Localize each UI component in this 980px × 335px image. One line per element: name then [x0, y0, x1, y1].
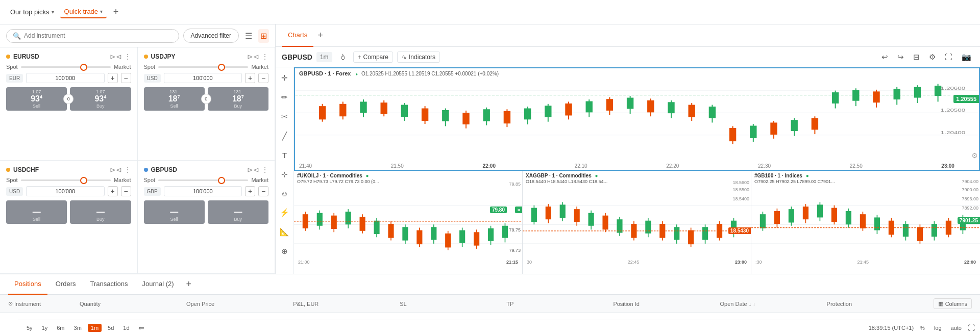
svg-rect-81 — [360, 217, 365, 231]
ruler-tool[interactable]: 📐 — [278, 225, 291, 239]
eurusd-buy-big: 934 — [73, 94, 128, 104]
chart-tab-charts[interactable]: Charts — [282, 24, 313, 47]
crosshair-tool[interactable]: ✛ — [279, 71, 290, 85]
eurusd-pin-icon[interactable]: ⊳⊲ — [110, 53, 122, 61]
undo-icon[interactable]: ↩ — [879, 51, 891, 63]
node-tool[interactable]: ⊹ — [279, 168, 290, 181]
gbpusd-qty-plus[interactable]: + — [245, 186, 255, 196]
usdjpy-buy-big: 187 — [211, 94, 265, 104]
svg-rect-77 — [331, 215, 337, 228]
eurusd-qty-minus[interactable]: − — [121, 73, 131, 83]
ukoilj-price-75: 79.75 — [507, 227, 522, 233]
tab-add-button[interactable]: + — [182, 274, 196, 295]
columns-button[interactable]: ▦ Columns — [934, 298, 972, 309]
usdjpy-sell-button[interactable]: 131. 187 Sell — [144, 87, 205, 111]
scissors-tool[interactable]: ✂ — [279, 110, 290, 123]
instrument-card-eurusd: EURUSD ⊳⊲ ⋮ Spot Market EUR 100' — [0, 47, 138, 161]
svg-rect-30 — [545, 106, 551, 117]
eurusd-slider[interactable] — [21, 66, 111, 68]
svg-rect-56 — [812, 118, 818, 130]
chart-snapshot-icon[interactable]: 📷 — [959, 51, 974, 63]
usdjpy-pin-icon[interactable]: ⊳⊲ — [247, 53, 259, 61]
usdchf-qty-plus[interactable]: + — [108, 186, 118, 196]
chart-timeframe[interactable]: 1m — [316, 52, 332, 62]
nav-quick-trade[interactable]: Quick trade ▾ — [60, 6, 107, 18]
gbpusd-qty-minus[interactable]: − — [258, 186, 268, 196]
tab-journal[interactable]: Journal (2) — [136, 274, 180, 295]
grid-view-icon[interactable]: ⊞ — [258, 29, 269, 43]
text-tool[interactable]: T — [280, 149, 289, 162]
pen-tool[interactable]: ✏ — [279, 91, 290, 104]
chart-settings-icon[interactable]: ⚙ — [926, 51, 938, 63]
columns-icon: ▦ — [938, 300, 943, 307]
sub-chart-ukoilj: #UKOILJ · 1 · Commodities ● O79.72 H79.7… — [294, 171, 523, 274]
eurusd-buy-small: 1.07 — [73, 89, 128, 94]
usdjpy-buy-small: 131. — [211, 89, 265, 94]
chart-type-icon[interactable]: 🕯 — [336, 51, 349, 63]
gbpusd-sell-button[interactable]: — Sell — [144, 200, 205, 224]
gbpusd-more-icon[interactable]: ⋮ — [261, 166, 268, 174]
indicators-button[interactable]: ∿ Indicators — [397, 51, 440, 63]
usdchf-slider[interactable] — [21, 179, 111, 181]
filter-tool[interactable]: ⚡ — [278, 206, 291, 219]
eurusd-buy-button[interactable]: 1.07 934 Buy — [70, 87, 131, 111]
nav-add-button[interactable]: + — [109, 5, 123, 19]
usdchf-sell-button[interactable]: — Sell — [6, 200, 67, 224]
usdjpy-slider[interactable] — [158, 66, 248, 68]
tab-orders[interactable]: Orders — [50, 274, 82, 295]
usdjpy-qty-minus[interactable]: − — [258, 73, 268, 83]
emoji-tool[interactable]: ☺ — [279, 187, 290, 200]
zoom-tool[interactable]: ⊕ — [279, 245, 290, 258]
table-header: ⊙ Instrument Quantity Open Price P&L, EU… — [0, 295, 980, 313]
svg-rect-149 — [817, 204, 823, 217]
col-instrument-icon: ⊙ — [8, 300, 13, 307]
eurusd-sell-small: 1.07 — [9, 89, 64, 94]
gbpusd-pin-icon[interactable]: ⊳⊲ — [247, 166, 259, 174]
usdjpy-currency: USD — [144, 74, 161, 83]
instrument-card-usdchf: USDCHF ⊳⊲ ⋮ Spot Market USD 100' — [0, 161, 138, 274]
svg-rect-16 — [401, 105, 408, 117]
svg-rect-131 — [702, 227, 708, 240]
compare-button[interactable]: + Compare — [353, 51, 393, 63]
chart-add-tab-button[interactable]: + — [313, 24, 327, 47]
col-quantity-label: Quantity — [80, 301, 101, 307]
instrument-card-gbpusd: GBPUSD ⊳⊲ ⋮ Spot Market GBP 100' — [138, 161, 276, 274]
usdchf-pin-icon[interactable]: ⊳⊲ — [110, 166, 122, 174]
col-pnl: P&L, EUR — [293, 301, 400, 307]
eurusd-sell-button[interactable]: 1.07 934 Sell — [6, 87, 67, 111]
redo-icon[interactable]: ↪ — [895, 51, 906, 63]
gbpusd-buy-button[interactable]: — Buy — [208, 200, 268, 224]
trend-tool[interactable]: ╱ — [280, 130, 289, 143]
gbpusd-spot-label: Spot — [144, 177, 156, 183]
chart-fullscreen-icon[interactable]: ⛶ — [942, 51, 955, 63]
usdjpy-more-icon[interactable]: ⋮ — [261, 53, 268, 61]
search-box[interactable]: 🔍 — [6, 29, 179, 43]
col-open-price-label: Open Price — [186, 301, 214, 307]
list-view-icon[interactable]: ☰ — [243, 29, 254, 43]
usdchf-more-icon[interactable]: ⋮ — [124, 166, 131, 174]
usdjpy-buy-button[interactable]: 131. 187 Buy — [208, 87, 268, 111]
nav-our-top-picks[interactable]: Our top picks ▾ — [6, 6, 58, 18]
eurusd-sell-label: Sell — [9, 104, 64, 109]
advanced-filter-button[interactable]: Advanced filter — [183, 29, 239, 43]
svg-rect-129 — [688, 230, 694, 244]
main-chart-settings-gear[interactable]: ⚙ — [971, 151, 978, 160]
usdchf-qty-minus[interactable]: − — [121, 186, 131, 196]
eurusd-qty-plus[interactable]: + — [108, 73, 118, 83]
chart-layout-icon[interactable]: ⊟ — [911, 51, 922, 63]
tab-positions[interactable]: Positions — [8, 274, 47, 295]
xaggbp-ohlc: O18.5440 H18.5440 L18.5430 C18.54... — [526, 179, 748, 184]
eurusd-more-icon[interactable]: ⋮ — [124, 53, 131, 61]
usdchf-buy-button[interactable]: — Buy — [70, 200, 131, 224]
chart-panel: Charts + GBPUSD 1m 🕯 + Compare ∿ Indicat… — [276, 24, 980, 274]
search-input[interactable] — [24, 32, 173, 39]
xaggbp-chart-svg — [523, 186, 751, 263]
col-open-date[interactable]: Open Date ↓ ↓ — [720, 301, 826, 307]
ukoilj-overlay: #UKOILJ · 1 · Commodities ● O79.72 H79.7… — [294, 171, 522, 186]
usdjpy-qty-plus[interactable]: + — [245, 73, 255, 83]
col-pnl-label: P&L, EUR — [293, 301, 318, 307]
gbpusd-slider[interactable] — [158, 179, 248, 181]
chart-tabs-header: Charts + — [276, 24, 980, 47]
tab-transactions[interactable]: Transactions — [84, 274, 134, 295]
gb100-chart-svg — [751, 186, 980, 263]
